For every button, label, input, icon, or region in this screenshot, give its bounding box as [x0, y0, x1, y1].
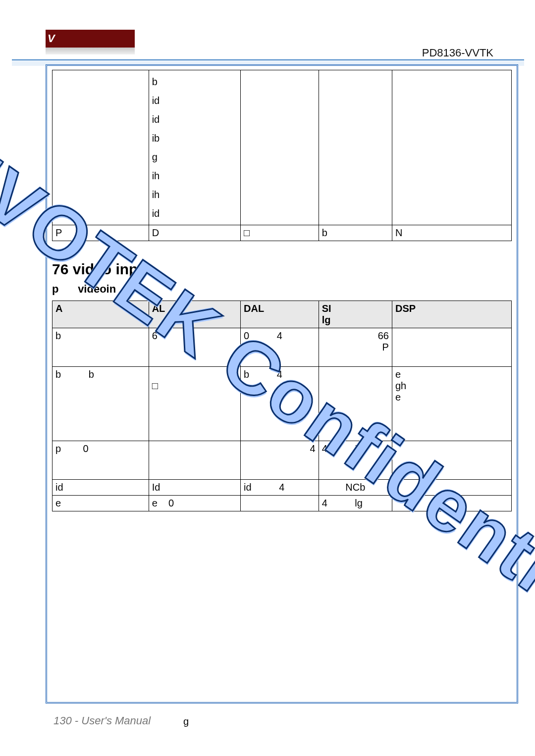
cell: b b [53, 367, 149, 441]
page-root: V PD8136-VVTK bididibgihihid P D □ b [0, 0, 535, 756]
cell: b 4 [241, 367, 319, 441]
cell [53, 70, 149, 225]
cell: □ [149, 367, 240, 441]
table-row: e e 0 4 lg [53, 496, 512, 511]
cell [392, 441, 511, 480]
cell: bididibgihihid [149, 70, 240, 225]
brand-letter: V [48, 32, 55, 45]
cell: id 4 [241, 480, 319, 496]
cell [392, 70, 511, 225]
table-row: bididibgihihid [53, 70, 512, 225]
col-header: DSP [392, 301, 511, 328]
cell: e 0 [149, 496, 240, 511]
cell: b [319, 225, 392, 241]
col-header: A [53, 301, 149, 328]
model-code: PD8136-VVTK [422, 47, 493, 59]
header-rule [12, 59, 524, 60]
cell [149, 441, 240, 480]
cell [241, 70, 319, 225]
table-row: id Id id 4 NCb [53, 480, 512, 496]
cell [392, 496, 511, 511]
cell: 6 [149, 328, 240, 367]
brand-bar-shadow [46, 48, 135, 54]
content-area: bididibgihihid P D □ b N 76 video input … [47, 66, 517, 702]
cell: 66 P [319, 328, 392, 367]
cell: 4 P [319, 441, 392, 480]
table-row: p 0 4 4 P [53, 441, 512, 480]
footer-page-mark: g [183, 716, 189, 727]
cell: □ [241, 225, 319, 241]
cell: e gh e [392, 367, 511, 441]
cell: b [53, 328, 149, 367]
cell [392, 480, 511, 496]
cell: 4 [241, 441, 319, 480]
col-header: SI lg [319, 301, 392, 328]
col-header: AL [149, 301, 240, 328]
col-header: DAL [241, 301, 319, 328]
table-row: b b □ b 4 e gh e [53, 367, 512, 441]
brand-bar: V [46, 30, 135, 48]
section-subgroup: p videoin [52, 283, 512, 296]
cell [392, 328, 511, 367]
cell: 0 4 [241, 328, 319, 367]
content-frame: bididibgihihid P D □ b N 76 video input … [46, 64, 518, 704]
cell: Id [149, 480, 240, 496]
section-heading: 76 video input [52, 261, 512, 278]
cell: id [53, 480, 149, 496]
cell: P [53, 225, 149, 241]
cell: 4 lg [319, 496, 392, 511]
footer-text: 130 - User's Manual [54, 714, 151, 727]
cell [319, 70, 392, 225]
cell [319, 367, 392, 441]
table-row: P D □ b N [53, 225, 512, 241]
table-header-row: A AL DAL SI lg DSP [53, 301, 512, 328]
cell: e [53, 496, 149, 511]
table-row: b 6 0 4 66 P [53, 328, 512, 367]
cell: p 0 [53, 441, 149, 480]
cell [241, 496, 319, 511]
table-top: bididibgihihid P D □ b N [52, 70, 512, 241]
table-videoin: A AL DAL SI lg DSP b 6 0 4 66 P b b [52, 301, 512, 511]
cell: D [149, 225, 240, 241]
subgroup-name: videoin [78, 283, 116, 295]
cell: NCb [319, 480, 392, 496]
subgroup-prefix: p [52, 283, 75, 296]
cell: N [392, 225, 511, 241]
